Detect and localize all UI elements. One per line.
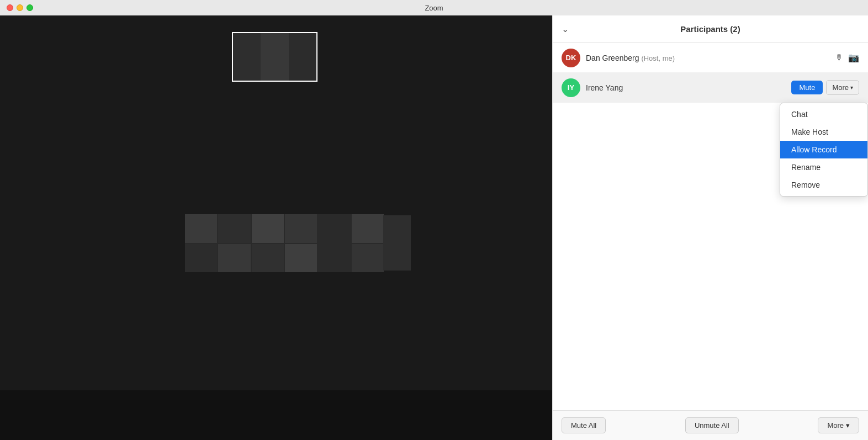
- mute-all-button[interactable]: Mute All: [562, 417, 606, 433]
- unmute-all-button[interactable]: Unmute All: [685, 417, 739, 433]
- dropdown-item-rename[interactable]: Rename: [780, 158, 867, 176]
- panel-title: Participants (2): [680, 24, 740, 34]
- participant-name-iy: Irene Yang: [586, 83, 791, 92]
- dropdown-item-chat[interactable]: Chat: [780, 105, 867, 123]
- video-block-4: [285, 214, 317, 243]
- participant-name-dk: Dan Greenberg (Host, me): [586, 54, 835, 62]
- participant-actions-iy: Mute More ▾: [791, 80, 859, 95]
- panel-footer: Mute All Unmute All More ▾: [553, 410, 868, 440]
- dropdown-item-allow-record[interactable]: Allow Record: [780, 141, 867, 158]
- minimize-button[interactable]: [17, 4, 23, 11]
- video-main-participant: [185, 214, 384, 272]
- mic-icon: 🎙: [835, 53, 844, 63]
- avatar-dk: DK: [562, 49, 580, 67]
- participant-item-iy: IY Irene Yang Mute More ▾ Chat Make Host: [553, 73, 868, 103]
- mute-button[interactable]: Mute: [791, 81, 823, 94]
- panel-header: ⌄ Participants (2): [553, 15, 868, 43]
- window-title: Zoom: [425, 4, 443, 12]
- video-bottom-bar: [0, 390, 552, 440]
- dropdown-item-remove[interactable]: Remove: [780, 176, 867, 194]
- more-button[interactable]: More ▾: [826, 80, 859, 95]
- chevron-down-icon: ▾: [846, 421, 850, 430]
- participant-item-dk: DK Dan Greenberg (Host, me) 🎙 📷: [553, 43, 868, 73]
- video-block-3: [252, 214, 284, 243]
- video-block-10: [285, 244, 317, 273]
- video-block-9: [252, 244, 284, 273]
- traffic-lights: [7, 4, 33, 11]
- thumb-block-3: [289, 33, 316, 81]
- host-label: (Host, me): [641, 54, 675, 62]
- title-bar: Zoom: [0, 0, 868, 15]
- camera-icon: 📷: [848, 52, 859, 63]
- participant-icons-dk: 🎙 📷: [835, 52, 859, 63]
- participant-list: DK Dan Greenberg (Host, me) 🎙 📷 IY Irene…: [553, 43, 868, 410]
- video-block-2: [218, 214, 250, 243]
- video-thumbnail-top: [232, 32, 317, 82]
- video-block-11: [318, 244, 350, 273]
- video-content: [0, 15, 552, 390]
- video-side-element: [383, 215, 411, 271]
- dropdown-item-make-host[interactable]: Make Host: [780, 123, 867, 141]
- video-block-6: [352, 214, 384, 243]
- chevron-down-icon[interactable]: ⌄: [562, 24, 569, 34]
- chevron-down-icon: ▾: [850, 84, 853, 91]
- thumb-block-1: [233, 33, 261, 81]
- avatar-iy: IY: [562, 78, 580, 97]
- more-dropdown-menu: Chat Make Host Allow Record Rename Remov…: [780, 103, 868, 197]
- video-block-5: [318, 214, 350, 243]
- video-block-12: [352, 244, 384, 273]
- main-area: ⌄ Participants (2) DK Dan Greenberg (Hos…: [0, 15, 868, 440]
- video-block-1: [185, 214, 217, 243]
- maximize-button[interactable]: [27, 4, 33, 11]
- close-button[interactable]: [7, 4, 13, 11]
- footer-more-button[interactable]: More ▾: [818, 417, 859, 433]
- video-block-8: [218, 244, 250, 273]
- participants-panel: ⌄ Participants (2) DK Dan Greenberg (Hos…: [552, 15, 868, 440]
- thumb-block-2: [261, 33, 288, 81]
- video-block-7: [185, 244, 217, 273]
- video-area: [0, 15, 552, 440]
